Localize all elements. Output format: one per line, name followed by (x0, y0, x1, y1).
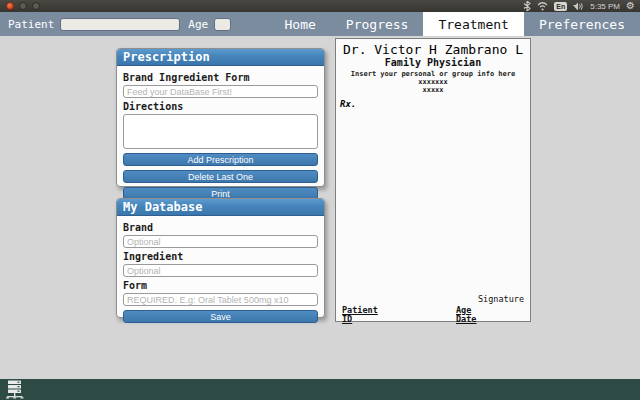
paper-date-label: Date (456, 314, 476, 324)
info-placeholder-line1: xxxxxxx (336, 78, 530, 86)
ingredient-input[interactable] (123, 264, 318, 277)
age-input[interactable] (214, 18, 231, 31)
clock[interactable]: 5:35 PM (590, 2, 620, 11)
personal-info-hint: Insert your personal or group info here (336, 70, 530, 78)
bottom-taskbar (0, 379, 640, 400)
keyboard-layout-indicator[interactable]: En (554, 2, 567, 11)
brand-ingredient-form-input[interactable] (123, 85, 318, 98)
form-input[interactable] (123, 293, 318, 306)
delete-last-one-button[interactable]: Delete Last One (123, 170, 318, 183)
wifi-icon[interactable] (537, 2, 548, 11)
paper-footer-row-2: ID Date (342, 314, 524, 324)
prescription-panel: Prescription Brand Ingredient Form Direc… (116, 48, 325, 187)
window-titlebar: En 5:35 PM ⚙ (0, 0, 640, 12)
directions-textarea[interactable] (123, 114, 318, 149)
tab-progress[interactable]: Progress (331, 12, 424, 36)
window-controls (6, 2, 40, 10)
brand-label: Brand (123, 222, 318, 233)
save-button[interactable]: Save (123, 310, 318, 323)
my-database-panel: My Database Brand Ingredient Form Save (116, 198, 325, 318)
rx-symbol: Rx. (340, 99, 530, 109)
tab-home[interactable]: Home (270, 12, 331, 36)
tab-treatment[interactable]: Treatment (423, 12, 523, 36)
tab-bar: Home Progress Treatment Preferences (270, 12, 640, 36)
brand-ingredient-form-label: Brand Ingredient Form (123, 72, 318, 83)
doctor-name: Dr. Victor H Zambrano L (336, 42, 530, 57)
application-window: En 5:35 PM ⚙ Patient Age Home Progress T… (0, 0, 640, 400)
form-label: Form (123, 280, 318, 291)
maximize-button[interactable] (32, 2, 40, 10)
session-gear-icon[interactable]: ⚙ (626, 1, 635, 11)
close-button[interactable] (6, 2, 14, 10)
minimize-button[interactable] (19, 2, 27, 10)
ingredient-label: Ingredient (123, 251, 318, 262)
top-toolbar: Patient Age Home Progress Treatment Pref… (0, 12, 640, 36)
prescription-paper-preview: Dr. Victor H Zambrano L Family Physician… (335, 38, 531, 322)
age-label: Age (188, 18, 208, 31)
paper-id-label: ID (342, 314, 352, 324)
brand-input[interactable] (123, 235, 318, 248)
prescription-panel-title: Prescription (117, 49, 324, 66)
signature-label: Signature (478, 294, 524, 304)
patient-input[interactable] (60, 18, 180, 31)
directions-label: Directions (123, 101, 318, 112)
volume-icon[interactable] (573, 2, 584, 11)
info-placeholder-line2: xxxxx (336, 86, 530, 94)
database-server-icon[interactable] (5, 380, 31, 399)
doctor-specialty: Family Physician (336, 57, 530, 68)
bluetooth-icon[interactable] (523, 1, 531, 11)
tab-preferences[interactable]: Preferences (524, 12, 640, 36)
system-tray: En 5:35 PM ⚙ (523, 1, 635, 11)
add-prescription-button[interactable]: Add Prescription (123, 153, 318, 166)
patient-label: Patient (8, 18, 54, 31)
my-database-panel-title: My Database (117, 199, 324, 216)
